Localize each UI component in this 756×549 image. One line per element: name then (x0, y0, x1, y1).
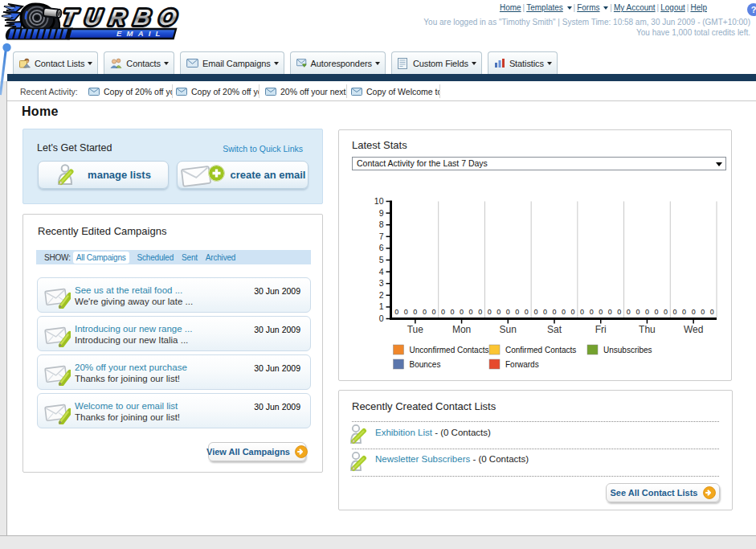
svg-text:0: 0 (469, 308, 473, 316)
svg-text:0: 0 (627, 308, 631, 316)
svg-text:0: 0 (451, 308, 455, 316)
svg-text:9: 9 (379, 208, 384, 218)
svg-text:0: 0 (552, 308, 556, 316)
svg-text:0: 0 (525, 308, 529, 316)
svg-text:0: 0 (562, 308, 566, 316)
svg-text:0: 0 (580, 308, 584, 316)
svg-text:0: 0 (460, 308, 464, 316)
svg-text:0: 0 (664, 308, 668, 316)
svg-text:0: 0 (608, 308, 612, 316)
svg-text:0: 0 (431, 308, 435, 316)
svg-text:6: 6 (379, 243, 384, 252)
svg-text:0: 0 (590, 308, 594, 316)
svg-text:Mon: Mon (452, 324, 471, 335)
svg-text:Unconfirmed Contacts: Unconfirmed Contacts (410, 346, 489, 354)
svg-text:EMAIL: EMAIL (116, 29, 166, 38)
svg-text:Fri: Fri (595, 324, 607, 335)
svg-text:3: 3 (379, 278, 384, 288)
svg-text:0: 0 (506, 308, 510, 316)
svg-text:0: 0 (533, 308, 537, 316)
svg-text:1: 1 (379, 301, 384, 311)
svg-text:Forwards: Forwards (505, 360, 539, 369)
svg-text:10: 10 (374, 196, 384, 206)
svg-text:0: 0 (543, 308, 547, 316)
svg-text:0: 0 (701, 308, 705, 316)
svg-text:0: 0 (682, 308, 686, 316)
svg-text:0: 0 (488, 308, 492, 316)
svg-text:0: 0 (515, 308, 519, 316)
svg-text:0: 0 (404, 308, 408, 316)
svg-text:0: 0 (394, 308, 398, 316)
svg-text:0: 0 (441, 308, 445, 316)
svg-text:0: 0 (478, 308, 482, 316)
svg-text:0: 0 (710, 308, 714, 316)
svg-text:2: 2 (379, 290, 384, 300)
svg-text:0: 0 (413, 308, 417, 316)
svg-text:8: 8 (379, 219, 384, 229)
svg-text:4: 4 (379, 267, 384, 277)
svg-text:TURBO: TURBO (60, 6, 178, 31)
svg-text:Wed: Wed (684, 324, 703, 335)
svg-text:0: 0 (673, 308, 677, 316)
svg-text:0: 0 (635, 308, 640, 316)
svg-text:Tue: Tue (407, 324, 424, 335)
svg-text:7: 7 (379, 231, 384, 241)
svg-text:0: 0 (423, 308, 427, 316)
svg-text:0: 0 (645, 308, 649, 316)
svg-text:0: 0 (654, 308, 658, 316)
svg-text:Confirmed Contacts: Confirmed Contacts (505, 346, 576, 354)
svg-text:Sat: Sat (547, 324, 562, 335)
svg-text:Sun: Sun (500, 324, 517, 335)
svg-text:0: 0 (692, 308, 696, 316)
svg-text:Thu: Thu (639, 324, 656, 335)
svg-text:Unsubscribes: Unsubscribes (603, 346, 652, 354)
svg-text:Bounces: Bounces (410, 360, 441, 369)
svg-text:5: 5 (379, 255, 384, 264)
svg-text:0: 0 (571, 308, 575, 316)
svg-text:0: 0 (617, 308, 621, 316)
svg-text:0: 0 (379, 313, 384, 323)
svg-text:0: 0 (497, 308, 501, 316)
svg-text:0: 0 (599, 308, 603, 316)
